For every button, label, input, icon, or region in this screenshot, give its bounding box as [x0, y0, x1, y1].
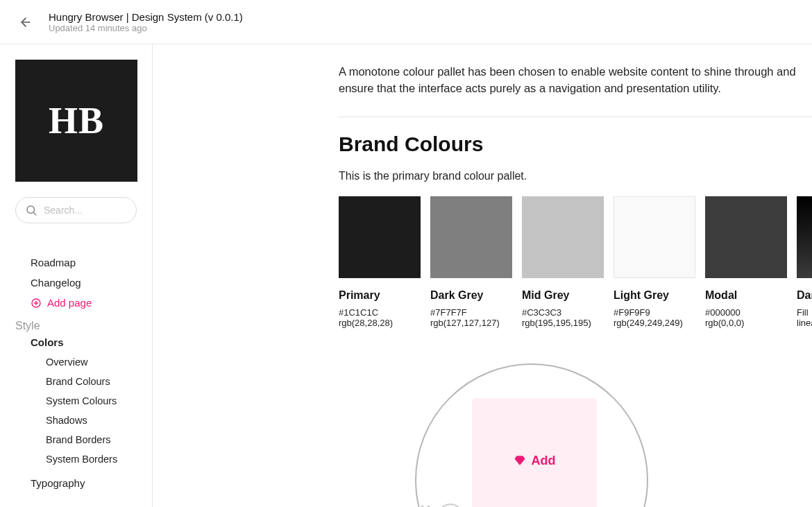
- color-swatch[interactable]: Primary#1C1C1Crgb(28,28,28): [339, 196, 421, 328]
- swatch-hex: #000000: [705, 307, 787, 318]
- brand-logo: HB: [15, 60, 137, 182]
- nav-label: Overview: [46, 356, 87, 368]
- section-heading: Brand Colours: [339, 132, 812, 156]
- add-color-label: Add: [532, 454, 556, 468]
- nav-changelog[interactable]: Changelog: [15, 273, 145, 293]
- swatch-name: Dar: [797, 289, 812, 302]
- sidebar: HB Roadmap Changelog Add page Style Colo…: [0, 44, 153, 507]
- main-content: A monotone colour pallet has been chosen…: [153, 44, 812, 507]
- nav-label: Changelog: [31, 277, 81, 289]
- arrow-left-icon: [19, 15, 33, 29]
- nav-section-style: Style: [15, 320, 145, 332]
- nav-typography[interactable]: Typography: [15, 473, 145, 493]
- nav-colors-brand-colours[interactable]: Brand Colours: [15, 372, 145, 391]
- nav-label: Typography: [31, 477, 85, 489]
- svg-line-2: [33, 212, 35, 214]
- nav-label: System Borders: [46, 454, 117, 465]
- swatch-rgb: rgb(127,127,127): [430, 318, 512, 328]
- top-bar: Hungry Browser | Design System (v 0.0.1)…: [0, 0, 812, 44]
- color-chip: [522, 196, 604, 278]
- swatch-hex: #7F7F7F: [430, 307, 512, 318]
- search-icon: [25, 204, 37, 216]
- swatch-name: Dark Grey: [430, 289, 512, 302]
- add-color-card[interactable]: Add: [472, 398, 597, 507]
- swatch-name: Modal: [705, 289, 787, 302]
- nav-colors-brand-borders[interactable]: Brand Borders: [15, 430, 145, 449]
- diamond-icon: [514, 454, 526, 467]
- page-title: Hungry Browser | Design System (v 0.0.1): [49, 11, 243, 23]
- color-chip: [430, 196, 512, 278]
- color-swatch[interactable]: Light Grey#F9F9F9rgb(249,249,249): [614, 196, 695, 328]
- add-block-button[interactable]: [437, 504, 464, 507]
- color-chip: [614, 196, 695, 278]
- nav-colors-overview[interactable]: Overview: [15, 352, 145, 372]
- nav-label: Brand Borders: [46, 434, 111, 445]
- swatch-name: Light Grey: [614, 289, 695, 302]
- color-swatch[interactable]: Dark Grey#7F7F7Frgb(127,127,127): [430, 196, 512, 328]
- nav-label: Brand Colours: [46, 376, 110, 387]
- brand-logo-text: HB: [49, 99, 104, 142]
- sidebar-nav: Roadmap Changelog Add page Style Colors …: [15, 252, 152, 493]
- nav-colors-shadows[interactable]: Shadows: [15, 411, 145, 430]
- add-page-button[interactable]: Add page: [15, 293, 145, 313]
- swatch-name: Primary: [339, 289, 421, 302]
- color-chip: [705, 196, 787, 278]
- swatch-rgb: rgb(28,28,28): [339, 318, 421, 328]
- color-chip: [797, 196, 812, 278]
- magnifier-overlay: Add: [415, 363, 648, 507]
- swatch-row: Primary#1C1C1Crgb(28,28,28)Dark Grey#7F7…: [339, 196, 812, 328]
- swatch-hex: Fill: [797, 307, 812, 318]
- nav-label: Shadows: [46, 415, 87, 426]
- nav-label: Colors: [31, 336, 64, 348]
- nav-colors-system-colours[interactable]: System Colours: [15, 391, 145, 411]
- nav-roadmap[interactable]: Roadmap: [15, 252, 145, 273]
- intro-paragraph: A monotone colour pallet has been chosen…: [339, 64, 812, 97]
- swatch-hex: #C3C3C3: [522, 307, 604, 318]
- plus-circle-icon: [31, 298, 42, 309]
- add-page-label: Add page: [47, 297, 92, 309]
- swatch-hex: #F9F9F9: [614, 307, 695, 318]
- divider: [339, 117, 812, 117]
- swatch-rgb: rgb(249,249,249): [614, 318, 695, 328]
- page-subtitle: Updated 14 minutes ago: [49, 23, 243, 33]
- svg-point-1: [27, 206, 35, 214]
- nav-colors[interactable]: Colors: [15, 332, 145, 352]
- swatch-hex: #1C1C1C: [339, 307, 421, 318]
- swatch-rgb: linea eg, (28, 0%): [797, 318, 812, 328]
- swatch-rgb: rgb(195,195,195): [522, 318, 604, 328]
- section-subtext: This is the primary brand colour pallet.: [339, 170, 812, 182]
- nav-label: System Colours: [46, 395, 117, 406]
- color-chip: [339, 196, 421, 278]
- swatch-name: Mid Grey: [522, 289, 604, 302]
- color-swatch[interactable]: Mid Grey#C3C3C3rgb(195,195,195): [522, 196, 604, 328]
- back-button[interactable]: [12, 9, 39, 35]
- nav-label: Roadmap: [31, 257, 76, 268]
- color-swatch[interactable]: DarFilllinea eg, (28, 0%): [797, 196, 812, 328]
- nav-colors-system-borders[interactable]: System Borders: [15, 449, 145, 469]
- swatch-rgb: rgb(0,0,0): [705, 318, 787, 328]
- color-swatch[interactable]: Modal#000000rgb(0,0,0): [705, 196, 787, 328]
